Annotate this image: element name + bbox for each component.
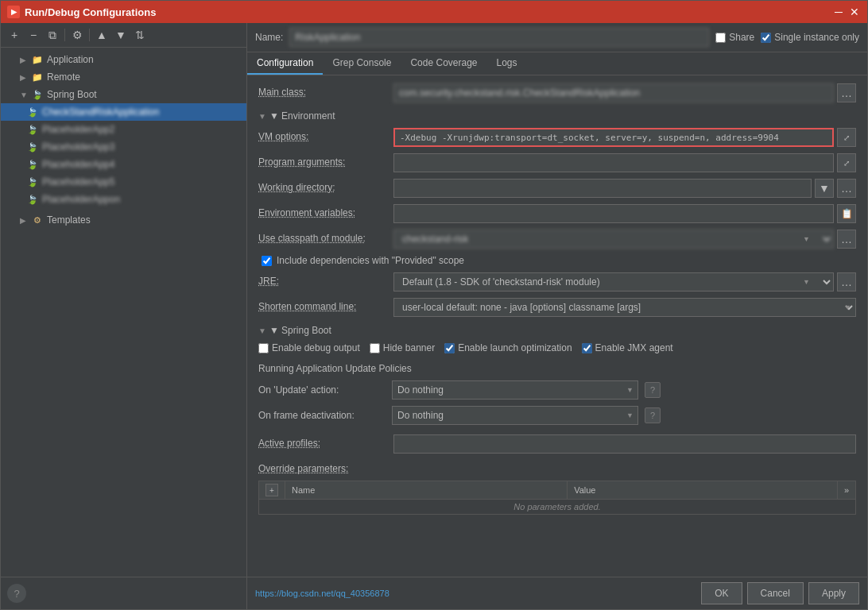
title-icon: ▶: [7, 6, 20, 18]
jre-browse-button[interactable]: …: [837, 272, 856, 291]
arrow-down-button[interactable]: ▼: [112, 26, 130, 44]
shorten-cmd-select[interactable]: user-local default: none - java [options…: [393, 298, 856, 317]
env-vars-browse-button[interactable]: 📋: [837, 204, 856, 223]
include-deps-checkbox[interactable]: [262, 256, 272, 266]
working-dir-label: Working directory:: [258, 179, 393, 193]
spring-section-arrow-icon: ▼: [258, 326, 266, 335]
bottom-link[interactable]: https://blog.csdn.net/qq_40356878: [255, 589, 389, 598]
program-args-expand-button[interactable]: ⤢: [837, 153, 856, 172]
help-button[interactable]: ?: [7, 584, 26, 603]
tree-expand-arrow-spring: ▼: [20, 91, 31, 99]
active-profiles-input[interactable]: [393, 434, 856, 454]
module-select[interactable]: checkstand-risk: [393, 230, 834, 249]
shorten-cmd-select-wrapper: user-local default: none - java [options…: [393, 298, 856, 317]
tab-code-coverage[interactable]: Code Coverage: [401, 52, 486, 75]
environment-label: ▼ Environment: [269, 110, 335, 122]
arrow-up-button[interactable]: ▲: [93, 26, 110, 44]
toolbar-separator-2: [89, 29, 90, 41]
working-dir-browse-button[interactable]: …: [837, 179, 856, 198]
env-vars-input[interactable]: [393, 204, 834, 223]
main-class-browse-button[interactable]: …: [837, 83, 856, 102]
child-5-label: PlaceholderApp5: [42, 176, 114, 187]
tree-expand-arrow-templates: ▶: [20, 216, 31, 225]
add-param-button[interactable]: +: [265, 484, 278, 496]
application-label: Application: [47, 54, 94, 65]
main-class-row: Main class: …: [258, 83, 856, 102]
remove-config-button[interactable]: −: [25, 26, 42, 44]
tree-item-child-6[interactable]: 🍃 PlaceholderAppon: [1, 191, 246, 208]
tab-grep-console[interactable]: Grep Console: [323, 52, 401, 75]
copy-config-button[interactable]: ⧉: [44, 26, 61, 44]
single-instance-checkbox-label: Single instance only: [761, 32, 859, 43]
frame-deact-help-button[interactable]: ?: [645, 407, 661, 423]
params-name-header: Name: [285, 481, 568, 500]
main-class-label: Main class:: [258, 83, 393, 98]
working-dir-input[interactable]: [393, 179, 812, 198]
tree-item-application[interactable]: ▶ 📁 Application: [1, 51, 246, 68]
program-args-label: Program arguments:: [258, 153, 393, 168]
tree-item-child-3[interactable]: 🍃 PlaceholderApp3: [1, 138, 246, 156]
frame-deact-select[interactable]: Do nothing: [392, 406, 638, 425]
name-bar: Name: Share Single instance only: [247, 23, 867, 52]
program-args-value: ⤢: [393, 153, 856, 172]
run-debug-dialog: ▶ Run/Debug Configurations ─ ✕ + − ⧉ ⚙ ▲…: [0, 0, 868, 610]
environment-section-header[interactable]: ▼ ▼ Environment: [258, 110, 856, 122]
templates-icon: ⚙: [31, 214, 44, 226]
tree-item-child-1[interactable]: 🍃 CheckStandRiskApplication: [1, 103, 246, 121]
spring-boot-section-label: ▼ Spring Boot: [269, 325, 331, 336]
title-text: Run/Debug Configurations: [25, 6, 829, 18]
vm-options-input[interactable]: [393, 128, 834, 147]
jre-row: JRE: Default (1.8 - SDK of 'checkstand-r…: [258, 272, 856, 291]
module-browse-button[interactable]: …: [837, 230, 856, 249]
tab-logs[interactable]: Logs: [487, 52, 527, 75]
add-config-button[interactable]: +: [6, 26, 23, 44]
child-2-label: PlaceholderApp2: [42, 124, 114, 135]
working-dir-select-button[interactable]: ▼: [815, 179, 834, 198]
settings-button[interactable]: ⚙: [68, 26, 86, 44]
update-action-row: On 'Update' action: Do nothing ?: [258, 380, 856, 400]
bottom-bar: https://blog.csdn.net/qq_40356878 OK Can…: [247, 577, 867, 609]
update-action-select[interactable]: Do nothing: [392, 380, 638, 400]
env-vars-value: 📋: [393, 204, 856, 223]
program-args-input[interactable]: [393, 153, 834, 172]
name-input[interactable]: [289, 28, 709, 47]
templates-label: Templates: [47, 214, 91, 226]
tree-item-remote[interactable]: ▶ 📁 Remote: [1, 68, 246, 86]
minimize-button[interactable]: ─: [832, 6, 845, 18]
tree-item-spring-boot[interactable]: ▼ 🍃 Spring Boot: [1, 86, 246, 103]
enable-jmx-label: Enable JMX agent: [582, 342, 673, 353]
jre-select-wrapper: Default (1.8 - SDK of 'checkstand-risk' …: [393, 272, 834, 291]
spring-boot-section-header[interactable]: ▼ ▼ Spring Boot: [258, 325, 856, 336]
sort-button[interactable]: ⇅: [131, 26, 149, 44]
close-button[interactable]: ✕: [848, 6, 861, 18]
share-checkbox[interactable]: [715, 33, 726, 43]
tree-item-child-4[interactable]: 🍃 PlaceholderApp4: [1, 156, 246, 173]
enable-jmx-checkbox[interactable]: [582, 343, 592, 353]
config-panel: Main class: … ▼ ▼ Environment VM options…: [247, 75, 867, 577]
vm-options-row: VM options: ⤢: [258, 128, 856, 147]
single-instance-checkbox[interactable]: [761, 33, 771, 43]
name-label: Name:: [255, 32, 283, 43]
tree-item-templates[interactable]: ▶ ⚙ Templates: [1, 211, 246, 229]
tree-item-child-5[interactable]: 🍃 PlaceholderApp5: [1, 173, 246, 191]
share-checkbox-label: Share: [715, 32, 754, 43]
hide-banner-checkbox[interactable]: [370, 343, 380, 353]
tree-item-child-2[interactable]: 🍃 PlaceholderApp2: [1, 121, 246, 138]
vm-options-expand-button[interactable]: ⤢: [837, 128, 856, 147]
spring-child-icon-1: 🍃: [26, 106, 39, 118]
shorten-cmd-label: Shorten command line:: [258, 298, 393, 312]
jre-select[interactable]: Default (1.8 - SDK of 'checkstand-risk' …: [393, 272, 834, 291]
update-action-help-button[interactable]: ?: [645, 382, 661, 398]
spring-child-icon-5: 🍃: [26, 176, 39, 188]
env-vars-row: Environment variables: 📋: [258, 204, 856, 223]
tab-configuration[interactable]: Configuration: [247, 52, 323, 75]
spring-boot-label: Spring Boot: [47, 89, 97, 100]
main-class-input[interactable]: [393, 83, 834, 102]
enable-debug-checkbox[interactable]: [258, 343, 269, 353]
params-empty-row: No parameters added.: [259, 500, 856, 515]
ok-button[interactable]: OK: [701, 582, 742, 604]
enable-launch-checkbox[interactable]: [444, 343, 455, 353]
cancel-button[interactable]: Cancel: [747, 582, 804, 604]
apply-button[interactable]: Apply: [808, 582, 859, 604]
jre-label: JRE:: [258, 272, 393, 287]
